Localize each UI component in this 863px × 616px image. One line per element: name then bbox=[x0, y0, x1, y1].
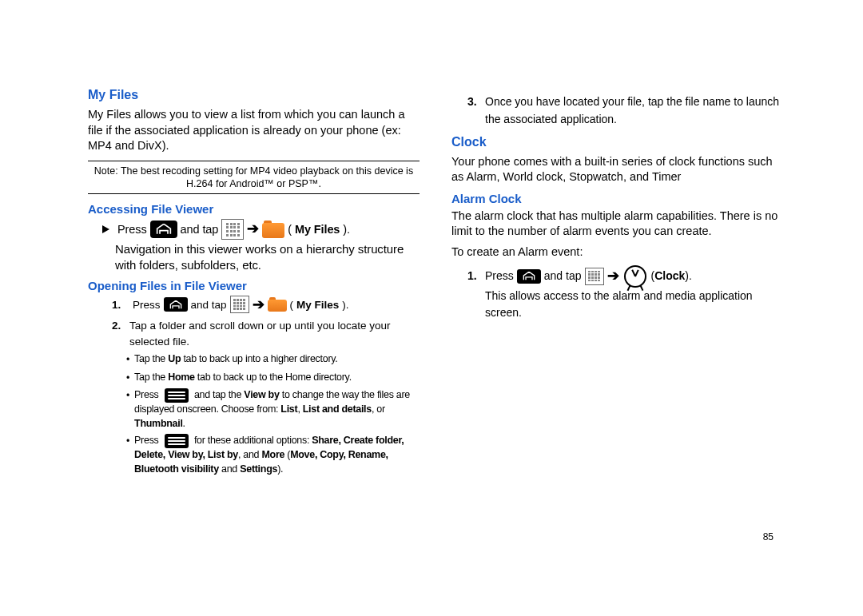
clock-body: Your phone comes with a built-in series … bbox=[451, 154, 783, 185]
menu-icon bbox=[165, 388, 189, 403]
bullet-dot-icon: • bbox=[126, 372, 129, 386]
text-press: Press bbox=[485, 268, 514, 284]
accessing-file-viewer-desc: Navigation in this viewer works on a hie… bbox=[115, 241, 420, 272]
heading-my-files: My Files bbox=[88, 88, 420, 102]
clock-icon bbox=[624, 265, 646, 288]
text-press: Press bbox=[133, 299, 161, 311]
heading-clock: Clock bbox=[451, 135, 783, 149]
paren-open: ( bbox=[288, 222, 292, 237]
heading-opening-files: Opening Files in File Viewer bbox=[88, 279, 420, 292]
bullet-dot-icon: • bbox=[126, 389, 129, 403]
opening-step-2: 2. Tap a folder and scroll down or up un… bbox=[112, 318, 420, 349]
bullet-text: Press for these additional options: Shar… bbox=[134, 434, 420, 476]
alarm-body: The alarm clock that has multiple alarm … bbox=[451, 209, 783, 240]
right-column: 3. Once you have located your file, tap … bbox=[451, 88, 783, 478]
folder-icon bbox=[268, 297, 287, 312]
home-icon bbox=[517, 269, 541, 284]
alarm-step-1: 1. Press and tap ➔ (Clock). This allows … bbox=[467, 265, 783, 321]
text-and-tap: and tap bbox=[191, 299, 227, 311]
alarm-step-1-tail: This allows access to the alarm and medi… bbox=[485, 288, 783, 321]
step-number-1: 1. bbox=[112, 299, 125, 311]
clock-label: Clock bbox=[654, 268, 685, 284]
bullet-text: Tap the Up tab to back up into a higher … bbox=[134, 352, 337, 367]
bullet-text: Press and tap the View by to change the … bbox=[134, 388, 420, 431]
heading-alarm-clock: Alarm Clock bbox=[451, 192, 783, 205]
opening-step-3: 3. Once you have located your file, tap … bbox=[467, 93, 783, 129]
text-and-tap: and tap bbox=[181, 222, 219, 237]
apps-grid-icon bbox=[230, 296, 249, 313]
sub-bullet-options: • Press for these additional options: Sh… bbox=[126, 434, 420, 476]
sub-bullet-home: • Tap the Home tab to back up to the Hom… bbox=[126, 371, 420, 386]
opening-step-1: 1. Press and tap ➔ (My Files). bbox=[112, 296, 420, 313]
manual-page: My Files My Files allows you to view a l… bbox=[0, 0, 863, 510]
bullet-dot-icon: • bbox=[126, 435, 129, 449]
play-bullet-icon bbox=[102, 225, 109, 233]
text-press: Press bbox=[117, 222, 147, 237]
accessing-file-viewer-step: Press and tap ➔ (My Files). bbox=[102, 219, 420, 240]
paren-open: ( bbox=[290, 299, 294, 311]
bullet-dot-icon: • bbox=[126, 353, 129, 368]
folder-icon bbox=[262, 221, 284, 238]
left-column: My Files My Files allows you to view a l… bbox=[88, 88, 420, 478]
step-number-3: 3. bbox=[467, 93, 480, 110]
paren-close: ). bbox=[343, 222, 350, 237]
arrow-right-icon: ➔ bbox=[247, 220, 259, 238]
home-icon bbox=[164, 297, 188, 312]
paren-close: ). bbox=[685, 268, 692, 284]
step-number-2: 2. bbox=[112, 318, 125, 334]
my-files-label: My Files bbox=[295, 222, 340, 237]
arrow-right-icon: ➔ bbox=[253, 296, 264, 313]
alarm-sub: To create an Alarm event: bbox=[451, 244, 783, 260]
sub-bullet-viewby: • Press and tap the View by to change th… bbox=[126, 388, 420, 431]
my-files-intro: My Files allows you to view a list from … bbox=[88, 107, 420, 154]
step-number-1: 1. bbox=[467, 268, 480, 284]
my-files-label: My Files bbox=[296, 299, 339, 311]
text-and-tap: and tap bbox=[544, 268, 582, 284]
menu-icon bbox=[165, 434, 189, 448]
heading-accessing-file-viewer: Accessing File Viewer bbox=[88, 202, 420, 216]
apps-grid-icon bbox=[221, 219, 244, 240]
step-2-text: Tap a folder and scroll down or up until… bbox=[129, 318, 420, 349]
home-icon bbox=[150, 221, 177, 238]
paren-close: ). bbox=[342, 299, 348, 311]
step-3-text: Once you have located your file, tap the… bbox=[485, 93, 783, 129]
apps-grid-icon bbox=[585, 268, 604, 285]
arrow-right-icon: ➔ bbox=[607, 265, 619, 287]
sub-bullet-up: • Tap the Up tab to back up into a highe… bbox=[126, 352, 420, 368]
note-block: Note: The best recoding setting for MP4 … bbox=[88, 161, 420, 195]
bullet-text: Tap the Home tab to back up to the Home … bbox=[134, 371, 352, 385]
page-number: 85 bbox=[763, 531, 774, 542]
